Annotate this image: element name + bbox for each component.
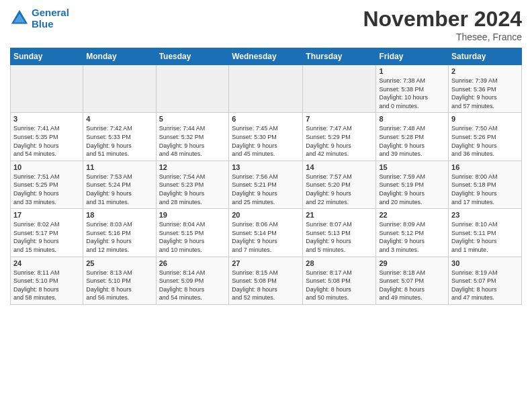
day-number: 12 <box>159 163 226 171</box>
calendar-cell: 24Sunrise: 8:11 AM Sunset: 5:10 PM Dayli… <box>11 257 83 304</box>
calendar-cell: 4Sunrise: 7:42 AM Sunset: 5:33 PM Daylig… <box>83 113 156 161</box>
day-info: Sunrise: 7:42 AM Sunset: 5:33 PM Dayligh… <box>86 124 152 158</box>
day-info: Sunrise: 8:13 AM Sunset: 5:10 PM Dayligh… <box>86 269 152 302</box>
day-number: 11 <box>86 163 152 171</box>
day-info: Sunrise: 7:38 AM Sunset: 5:38 PM Dayligh… <box>379 77 445 110</box>
calendar-cell: 22Sunrise: 8:09 AM Sunset: 5:12 PM Dayli… <box>376 209 449 257</box>
weekday-header-monday: Monday <box>83 48 156 65</box>
calendar-week-2: 3Sunrise: 7:41 AM Sunset: 5:35 PM Daylig… <box>11 113 522 161</box>
day-info: Sunrise: 7:57 AM Sunset: 5:20 PM Dayligh… <box>306 173 373 206</box>
calendar-cell <box>83 65 156 113</box>
calendar-cell: 7Sunrise: 7:47 AM Sunset: 5:29 PM Daylig… <box>303 113 376 161</box>
calendar-cell: 15Sunrise: 7:59 AM Sunset: 5:19 PM Dayli… <box>376 161 449 208</box>
day-number: 18 <box>86 211 152 219</box>
day-info: Sunrise: 8:10 AM Sunset: 5:11 PM Dayligh… <box>451 220 519 254</box>
day-info: Sunrise: 7:41 AM Sunset: 5:35 PM Dayligh… <box>13 124 80 158</box>
day-number: 19 <box>159 211 226 219</box>
calendar-cell: 25Sunrise: 8:13 AM Sunset: 5:10 PM Dayli… <box>83 257 156 304</box>
day-number: 15 <box>379 163 445 171</box>
logo: General Blue <box>10 7 69 30</box>
calendar-cell <box>11 65 83 113</box>
day-info: Sunrise: 7:47 AM Sunset: 5:29 PM Dayligh… <box>306 124 373 158</box>
day-number: 9 <box>451 115 519 123</box>
day-number: 23 <box>451 211 519 219</box>
calendar-cell: 12Sunrise: 7:54 AM Sunset: 5:23 PM Dayli… <box>156 161 229 208</box>
day-number: 1 <box>379 67 445 75</box>
calendar-cell: 14Sunrise: 7:57 AM Sunset: 5:20 PM Dayli… <box>303 161 376 208</box>
day-info: Sunrise: 8:18 AM Sunset: 5:07 PM Dayligh… <box>379 269 445 302</box>
page-header: General Blue November 2024 Thesee, Franc… <box>10 7 522 42</box>
calendar-cell: 11Sunrise: 7:53 AM Sunset: 5:24 PM Dayli… <box>83 161 156 208</box>
calendar-week-3: 10Sunrise: 7:51 AM Sunset: 5:25 PM Dayli… <box>11 161 522 208</box>
day-info: Sunrise: 7:39 AM Sunset: 5:36 PM Dayligh… <box>451 77 519 110</box>
day-number: 10 <box>13 163 80 171</box>
calendar-cell: 17Sunrise: 8:02 AM Sunset: 5:17 PM Dayli… <box>11 209 83 257</box>
day-number: 30 <box>451 259 519 267</box>
calendar-cell <box>229 65 303 113</box>
page-container: General Blue November 2024 Thesee, Franc… <box>0 0 532 312</box>
calendar-cell: 21Sunrise: 8:07 AM Sunset: 5:13 PM Dayli… <box>303 209 376 257</box>
calendar-cell: 16Sunrise: 8:00 AM Sunset: 5:18 PM Dayli… <box>449 161 522 208</box>
day-number: 13 <box>232 163 300 171</box>
weekday-header-tuesday: Tuesday <box>156 48 229 65</box>
day-number: 29 <box>379 259 445 267</box>
day-number: 8 <box>379 115 445 123</box>
day-number: 16 <box>451 163 519 171</box>
day-info: Sunrise: 8:07 AM Sunset: 5:13 PM Dayligh… <box>306 220 373 254</box>
calendar-week-1: 1Sunrise: 7:38 AM Sunset: 5:38 PM Daylig… <box>11 65 522 113</box>
title-block: November 2024 Thesee, France <box>363 7 522 42</box>
logo-text: General Blue <box>32 7 69 30</box>
day-number: 28 <box>306 259 373 267</box>
calendar-cell: 6Sunrise: 7:45 AM Sunset: 5:30 PM Daylig… <box>229 113 303 161</box>
day-number: 20 <box>232 211 300 219</box>
calendar-cell: 28Sunrise: 8:17 AM Sunset: 5:08 PM Dayli… <box>303 257 376 304</box>
day-info: Sunrise: 8:06 AM Sunset: 5:14 PM Dayligh… <box>232 220 300 254</box>
day-number: 17 <box>13 211 80 219</box>
day-info: Sunrise: 8:15 AM Sunset: 5:08 PM Dayligh… <box>232 269 300 302</box>
calendar-cell: 9Sunrise: 7:50 AM Sunset: 5:26 PM Daylig… <box>449 113 522 161</box>
day-info: Sunrise: 8:11 AM Sunset: 5:10 PM Dayligh… <box>13 269 80 302</box>
calendar-cell: 26Sunrise: 8:14 AM Sunset: 5:09 PM Dayli… <box>156 257 229 304</box>
calendar-week-4: 17Sunrise: 8:02 AM Sunset: 5:17 PM Dayli… <box>11 209 522 257</box>
day-number: 6 <box>232 115 300 123</box>
weekday-header-thursday: Thursday <box>303 48 376 65</box>
day-number: 26 <box>159 259 226 267</box>
month-title: November 2024 <box>363 7 522 32</box>
day-info: Sunrise: 7:45 AM Sunset: 5:30 PM Dayligh… <box>232 124 300 158</box>
calendar-cell: 29Sunrise: 8:18 AM Sunset: 5:07 PM Dayli… <box>376 257 449 304</box>
calendar-cell: 23Sunrise: 8:10 AM Sunset: 5:11 PM Dayli… <box>449 209 522 257</box>
calendar-cell: 10Sunrise: 7:51 AM Sunset: 5:25 PM Dayli… <box>11 161 83 208</box>
calendar-cell: 19Sunrise: 8:04 AM Sunset: 5:15 PM Dayli… <box>156 209 229 257</box>
calendar-cell <box>303 65 376 113</box>
day-number: 2 <box>451 67 519 75</box>
calendar-cell <box>156 65 229 113</box>
calendar-week-5: 24Sunrise: 8:11 AM Sunset: 5:10 PM Dayli… <box>11 257 522 304</box>
calendar-cell: 20Sunrise: 8:06 AM Sunset: 5:14 PM Dayli… <box>229 209 303 257</box>
day-number: 7 <box>306 115 373 123</box>
day-number: 22 <box>379 211 445 219</box>
location-subtitle: Thesee, France <box>363 32 522 42</box>
calendar-table: SundayMondayTuesdayWednesdayThursdayFrid… <box>10 48 522 305</box>
day-info: Sunrise: 7:48 AM Sunset: 5:28 PM Dayligh… <box>379 124 445 158</box>
day-number: 14 <box>306 163 373 171</box>
day-info: Sunrise: 7:50 AM Sunset: 5:26 PM Dayligh… <box>451 124 519 158</box>
day-info: Sunrise: 8:17 AM Sunset: 5:08 PM Dayligh… <box>306 269 373 302</box>
calendar-cell: 27Sunrise: 8:15 AM Sunset: 5:08 PM Dayli… <box>229 257 303 304</box>
day-info: Sunrise: 7:53 AM Sunset: 5:24 PM Dayligh… <box>86 173 152 206</box>
day-number: 5 <box>159 115 226 123</box>
calendar-cell: 18Sunrise: 8:03 AM Sunset: 5:16 PM Dayli… <box>83 209 156 257</box>
weekday-header-wednesday: Wednesday <box>229 48 303 65</box>
calendar-cell: 3Sunrise: 7:41 AM Sunset: 5:35 PM Daylig… <box>11 113 83 161</box>
day-number: 3 <box>13 115 80 123</box>
weekday-header-sunday: Sunday <box>11 48 83 65</box>
day-info: Sunrise: 8:02 AM Sunset: 5:17 PM Dayligh… <box>13 220 80 254</box>
day-info: Sunrise: 7:59 AM Sunset: 5:19 PM Dayligh… <box>379 173 445 206</box>
day-info: Sunrise: 7:56 AM Sunset: 5:21 PM Dayligh… <box>232 173 300 206</box>
weekday-header-friday: Friday <box>376 48 449 65</box>
calendar-cell: 13Sunrise: 7:56 AM Sunset: 5:21 PM Dayli… <box>229 161 303 208</box>
day-number: 21 <box>306 211 373 219</box>
weekday-header-row: SundayMondayTuesdayWednesdayThursdayFrid… <box>11 48 522 65</box>
day-number: 25 <box>86 259 152 267</box>
day-info: Sunrise: 7:44 AM Sunset: 5:32 PM Dayligh… <box>159 124 226 158</box>
day-info: Sunrise: 8:00 AM Sunset: 5:18 PM Dayligh… <box>451 173 519 206</box>
